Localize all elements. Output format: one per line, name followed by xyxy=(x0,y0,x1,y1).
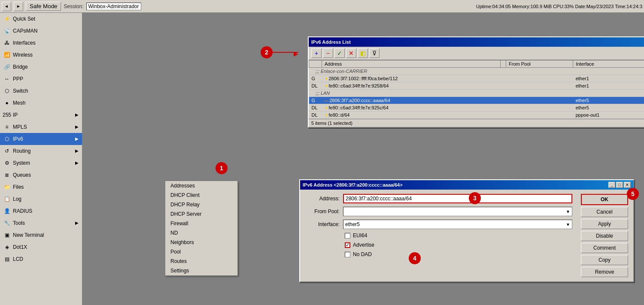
mpls-arrow-icon: ▶ xyxy=(75,124,79,129)
apply-button[interactable]: Apply xyxy=(581,219,628,229)
sidebar-item-wireless[interactable]: 📶 Wireless xyxy=(0,49,82,61)
table-row[interactable]: DL ✦fe80::c6ad:34ff:fe7e:925c/64 ether5 … xyxy=(309,104,644,112)
sidebar-item-radius[interactable]: 👤 RADIUS xyxy=(0,205,82,217)
interface-select[interactable]: ether5 ▼ xyxy=(343,220,572,229)
sidebar-item-lcd[interactable]: ▤ LCD xyxy=(0,253,82,265)
advertise-row: ✓ Advertise xyxy=(305,242,572,248)
sidebar-item-switch[interactable]: ⬡ Switch xyxy=(0,85,82,97)
no-dad-label: No DAD xyxy=(353,251,372,257)
table-row[interactable]: G ✦2806:3f7:1002::ffff:f0ca:bebe/112 eth… xyxy=(309,75,644,82)
sidebar-item-ipv6[interactable]: ⬡ IPv6 ▶ xyxy=(0,133,82,145)
mpls-icon: ≡ xyxy=(3,124,10,130)
safe-mode-button[interactable]: Safe Mode xyxy=(26,2,61,11)
row-flag: DL xyxy=(309,82,322,90)
dropdown-item-nd[interactable]: ND xyxy=(165,228,237,238)
top-bar: ◄ ► Safe Mode Session: Winbox-Administra… xyxy=(0,0,644,13)
disable-button[interactable]: ✕ xyxy=(346,48,356,58)
dropdown-item-addresses[interactable]: Addresses xyxy=(165,181,237,190)
ipv6-list-titlebar[interactable]: IPv6 Address List _ □ ✕ xyxy=(309,37,644,47)
wireless-label: Wireless xyxy=(13,52,79,58)
sidebar-item-queues[interactable]: ≣ Queues xyxy=(0,169,82,181)
col-from-pool[interactable]: From Pool xyxy=(506,60,573,68)
from-pool-select[interactable]: ▼ xyxy=(343,207,572,216)
sidebar-item-ppp[interactable]: ↔ PPP xyxy=(0,73,82,85)
remove-button-detail[interactable]: Remove xyxy=(581,267,628,277)
forward-button[interactable]: ► xyxy=(14,2,23,11)
row-flag: DL xyxy=(309,112,322,119)
sidebar-item-mesh[interactable]: ● Mesh xyxy=(0,97,82,109)
sidebar-item-system[interactable]: ⚙ System ▶ xyxy=(0,157,82,169)
eui64-checkbox[interactable] xyxy=(345,233,350,239)
dropdown-item-neighbors[interactable]: Neighbors xyxy=(165,238,237,247)
disable-button-detail[interactable]: Disable xyxy=(581,231,628,241)
address-input[interactable] xyxy=(343,194,572,203)
row-address: ✦fe80::d/64 xyxy=(322,112,506,119)
col-address[interactable]: Address xyxy=(322,60,501,68)
row-interface: pppoe-out1 xyxy=(573,112,644,119)
capsman-icon: 📡 xyxy=(3,27,10,34)
sidebar-item-log[interactable]: 📋 Log xyxy=(0,193,82,205)
row-from-pool xyxy=(506,112,573,119)
enable-button[interactable]: ✓ xyxy=(334,48,345,58)
dropdown-item-settings[interactable]: Settings xyxy=(165,266,237,275)
session-value: Winbox-Administrador xyxy=(86,3,141,10)
sidebar-item-ip[interactable]: 255 IP ▶ xyxy=(0,109,82,121)
comment-button[interactable]: ◧ xyxy=(358,48,368,58)
quick-set-label: Quick Set xyxy=(13,16,79,22)
row-flag: G xyxy=(309,97,322,104)
dropdown-item-dhcp-relay[interactable]: DHCP Relay xyxy=(165,200,237,209)
table-row[interactable]: DL ✦fe80::d/64 pppoe-out1 no xyxy=(309,112,644,119)
mpls-label: MPLS xyxy=(13,124,73,130)
dropdown-item-pool[interactable]: Pool xyxy=(165,247,237,257)
col-sep xyxy=(501,60,506,68)
back-button[interactable]: ◄ xyxy=(2,2,11,11)
table-row[interactable]: ;;; Enlace-con-CARRIER xyxy=(309,68,644,75)
copy-button[interactable]: Copy xyxy=(581,255,628,265)
sidebar-item-dot1x[interactable]: ◈ Dot1X xyxy=(0,241,82,253)
comment-button-detail[interactable]: Comment xyxy=(581,243,628,253)
dropdown-item-routes[interactable]: Routes xyxy=(165,257,237,266)
tools-arrow-icon: ▶ xyxy=(75,220,79,225)
new-terminal-label: New Terminal xyxy=(13,232,79,238)
sidebar-item-new-terminal[interactable]: ▣ New Terminal xyxy=(0,229,82,241)
ipv6-label: IPv6 xyxy=(13,136,73,142)
detail-close-button[interactable]: ✕ xyxy=(624,182,631,188)
table-row[interactable]: ;;; LAN xyxy=(309,90,644,97)
sidebar-item-tools[interactable]: 🔧 Tools ▶ xyxy=(0,217,82,229)
row-flag: G xyxy=(309,75,322,82)
row-from-pool xyxy=(506,75,573,82)
ok-button[interactable]: OK xyxy=(581,194,628,205)
section-header-cell: ;;; Enlace-con-CARRIER xyxy=(309,68,644,75)
add-button[interactable]: + xyxy=(311,48,322,58)
table-row[interactable]: DL ✦fe80::c6ad:34ff:fe7e:9258/64 ether1 … xyxy=(309,82,644,90)
sidebar-item-capsman[interactable]: 📡 CAPsMAN xyxy=(0,25,82,37)
no-dad-checkbox[interactable] xyxy=(345,252,350,257)
routing-label: Routing xyxy=(13,148,73,154)
ppp-icon: ↔ xyxy=(3,75,10,82)
sidebar-item-interfaces[interactable]: 🖧 Interfaces xyxy=(0,37,82,49)
detail-maximize-button[interactable]: □ xyxy=(616,182,623,188)
sidebar-item-bridge[interactable]: 🔗 Bridge xyxy=(0,61,82,73)
dropdown-item-firewall[interactable]: Firewall xyxy=(165,219,237,228)
remove-button[interactable]: − xyxy=(323,48,333,58)
row-address: —2806:3f7:a200:cccc::aaaa/64 xyxy=(322,97,506,104)
quick-set-icon: ⚡ xyxy=(3,15,10,22)
dropdown-item-dhcp-client[interactable]: DHCP Client xyxy=(165,190,237,200)
col-interface[interactable]: Interface xyxy=(573,60,644,68)
sidebar-item-quick-set[interactable]: ⚡ Quick Set xyxy=(0,13,82,25)
interface-arrow-icon: ▼ xyxy=(566,222,570,227)
advertise-checkbox[interactable]: ✓ xyxy=(345,242,350,248)
sidebar-item-mpls[interactable]: ≡ MPLS ▶ xyxy=(0,121,82,133)
from-pool-row: From Pool: ▼ xyxy=(305,207,572,216)
table-row[interactable]: G —2806:3f7:a200:cccc::aaaa/64 ether5 ye… xyxy=(309,97,644,104)
filter-button[interactable]: ⊽ xyxy=(369,48,380,58)
cancel-button[interactable]: Cancel xyxy=(581,207,628,217)
detail-minimize-button[interactable]: _ xyxy=(608,182,615,188)
ipv6-detail-titlebar[interactable]: IPv6 Address <2806:3f7:a200:cccc::aaaa/6… xyxy=(300,180,633,190)
ipv6-list-title: IPv6 Address List xyxy=(311,39,351,45)
sidebar-item-files[interactable]: 📁 Files xyxy=(0,181,82,193)
interfaces-label: Interfaces xyxy=(13,40,79,46)
tools-icon: 🔧 xyxy=(3,220,10,226)
sidebar-item-routing[interactable]: ↺ Routing ▶ xyxy=(0,145,82,157)
dropdown-item-dhcp-server[interactable]: DHCP Server xyxy=(165,209,237,219)
